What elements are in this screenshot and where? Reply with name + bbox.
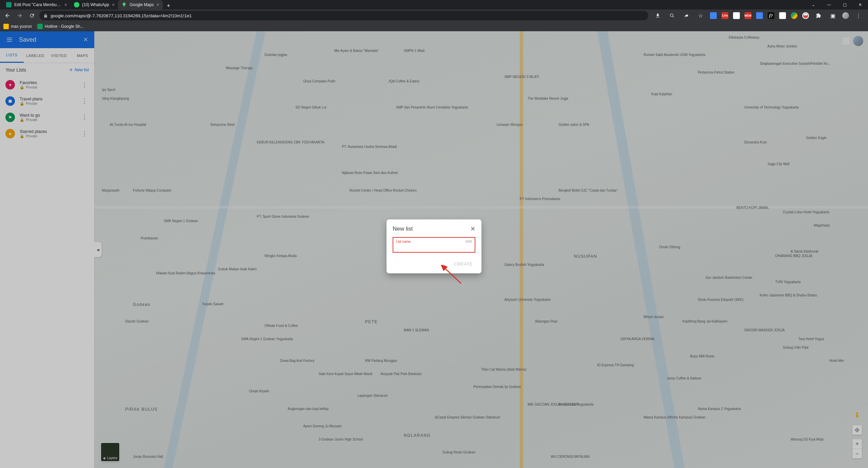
lock-icon — [43, 14, 48, 18]
list-name-input[interactable] — [396, 244, 472, 250]
bookmark-label: Hotline - Google Sh... — [45, 24, 84, 29]
install-app-icon[interactable] — [653, 11, 663, 20]
window-close-button[interactable]: ✕ — [852, 0, 868, 9]
address-bar[interactable]: google.com/maps/@-7.7620677,110.3194269,… — [39, 11, 648, 20]
extension-icon[interactable] — [756, 12, 763, 19]
side-panel-icon[interactable]: ▣ — [828, 11, 837, 20]
tab-title: Google Maps — [130, 2, 154, 7]
new-list-dialog: New list ✕ List name 0/40 CREATE — [387, 219, 481, 273]
bookmark-item[interactable]: mas yusron — [3, 24, 32, 29]
svg-point-0 — [124, 3, 125, 4]
window-minimize-button[interactable]: — — [821, 0, 837, 9]
folder-icon — [3, 24, 9, 29]
tab-title: (10) WhatsApp — [82, 2, 109, 7]
list-name-input-wrap: List name 0/40 — [393, 237, 475, 253]
extensions-puzzle-icon[interactable] — [814, 11, 823, 20]
window-titlebar: Edit Post "Cara Membuat Alamat × (10) Wh… — [0, 0, 868, 9]
url-text: google.com/maps/@-7.7620677,110.3194269,… — [51, 13, 192, 18]
close-icon[interactable]: × — [157, 2, 159, 7]
favicon-icon — [6, 2, 12, 7]
share-icon[interactable] — [682, 11, 691, 20]
tab-title: Edit Post "Cara Membuat Alamat — [14, 2, 62, 7]
svg-point-1 — [670, 14, 673, 17]
sheets-icon — [37, 24, 43, 29]
browser-tab-1[interactable]: (10) WhatsApp × — [71, 0, 118, 9]
extension-badge-icon[interactable]: 17m — [722, 12, 728, 19]
dialog-title: New list — [393, 226, 413, 232]
create-button[interactable]: CREATE — [451, 259, 475, 269]
bookmark-item[interactable]: Hotline - Google Sh... — [37, 24, 84, 29]
close-icon[interactable]: × — [112, 2, 115, 7]
close-icon[interactable]: × — [64, 2, 67, 7]
browser-tab-0[interactable]: Edit Post "Cara Membuat Alamat × — [3, 0, 71, 9]
close-icon[interactable]: ✕ — [470, 226, 475, 232]
bookmark-label: mas yusron — [11, 24, 32, 29]
browser-tab-2[interactable]: Google Maps × — [118, 0, 163, 9]
bookmarks-bar: mas yusron Hotline - Google Sh... — [0, 22, 868, 31]
extension-icon[interactable]: f? — [768, 12, 774, 19]
zoom-icon[interactable] — [667, 11, 677, 20]
favicon-icon — [121, 2, 127, 7]
extension-icon[interactable] — [802, 12, 809, 19]
kebab-menu-icon[interactable]: ⋮ — [854, 11, 863, 20]
toolbar: google.com/maps/@-7.7620677,110.3194269,… — [0, 9, 868, 22]
window-maximize-button[interactable]: ▢ — [837, 0, 852, 9]
extension-icon[interactable] — [733, 12, 740, 19]
reload-button[interactable] — [27, 11, 37, 20]
back-button[interactable] — [3, 11, 12, 20]
input-label: List name — [396, 240, 411, 243]
window-dropdown-button[interactable]: ⌄ — [806, 0, 821, 9]
profile-avatar-icon[interactable] — [842, 12, 849, 19]
extension-icon[interactable] — [791, 12, 797, 19]
new-tab-button[interactable]: + — [163, 2, 175, 9]
input-counter: 0/40 — [466, 240, 472, 243]
forward-button[interactable] — [15, 11, 24, 20]
favicon-icon — [74, 2, 79, 7]
extension-icon[interactable] — [779, 12, 786, 19]
extension-icon[interactable] — [710, 12, 717, 19]
bookmark-star-icon[interactable]: ☆ — [696, 11, 705, 20]
extension-new-icon[interactable]: NEW — [745, 12, 751, 19]
modal-overlay: New list ✕ List name 0/40 CREATE — [0, 31, 868, 468]
